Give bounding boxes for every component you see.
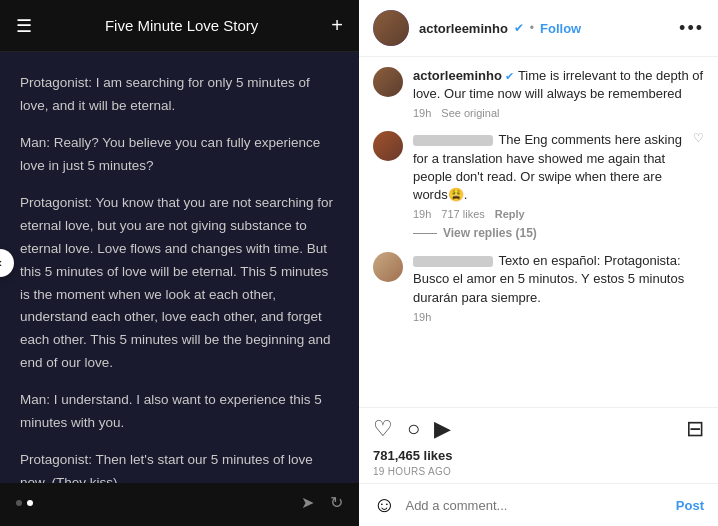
- bookmark-icon[interactable]: ⊟: [686, 416, 704, 442]
- follow-button[interactable]: Follow: [540, 21, 581, 36]
- hamburger-icon[interactable]: ☰: [16, 15, 32, 37]
- reply-button-2[interactable]: Reply: [495, 208, 525, 220]
- comment-likes-2: 717 likes: [441, 208, 484, 220]
- story-para-4: Man: I understand. I also want to experi…: [20, 389, 339, 435]
- blurred-username-2: [413, 135, 493, 146]
- post-time: 19 HOURS AGO: [359, 465, 718, 483]
- post-username[interactable]: actorleeminho: [419, 21, 508, 36]
- comment-content-3: Texto en español: Protagonista: Busco el…: [413, 252, 704, 323]
- verified-icon: ✔: [514, 21, 524, 35]
- comment-avatar-main: [373, 67, 403, 97]
- heart-icon-2[interactable]: ♡: [693, 131, 704, 145]
- likes-count: 781,465 likes: [359, 446, 718, 465]
- comment-3: Texto en español: Protagonista: Busco el…: [373, 252, 704, 323]
- story-para-2: Man: Really? You believe you can fully e…: [20, 132, 339, 178]
- action-icons: ♡ ○ ▶: [373, 416, 686, 442]
- reply-line: [413, 233, 437, 234]
- comment-text-3: Texto en español: Protagonista: Busco el…: [413, 252, 704, 307]
- emoji-icon[interactable]: ☺: [373, 492, 395, 518]
- separator: •: [530, 21, 534, 35]
- comment-time-main: 19h: [413, 107, 431, 119]
- post-actions: ♡ ○ ▶ ⊟: [359, 407, 718, 446]
- post-header-info: actorleeminho ✔ • Follow: [419, 21, 669, 36]
- story-para-1: Protagonist: I am searching for only 5 m…: [20, 72, 339, 118]
- comment-text-2: The Eng comments here asking for a trans…: [413, 131, 683, 204]
- chevron-left-icon: ‹: [0, 256, 2, 270]
- story-footer: ➤ ↻: [0, 483, 359, 526]
- story-add-icon[interactable]: +: [331, 14, 343, 37]
- see-original-link[interactable]: See original: [441, 107, 499, 119]
- story-dots: [16, 500, 33, 506]
- comment-main: actorleeminho ✔ Time is irrelevant to th…: [373, 67, 704, 119]
- blurred-username-3: [413, 256, 493, 267]
- avatar: [373, 10, 409, 46]
- story-text: Protagonist: I am searching for only 5 m…: [20, 72, 339, 483]
- story-action-icons: ➤ ↻: [301, 493, 343, 512]
- refresh-icon[interactable]: ↻: [330, 493, 343, 512]
- view-replies-2[interactable]: View replies (15): [413, 226, 683, 240]
- more-options-icon[interactable]: •••: [679, 18, 704, 39]
- comment-avatar-3: [373, 252, 403, 282]
- like-icon[interactable]: ♡: [373, 416, 393, 442]
- comment-time-3: 19h: [413, 311, 431, 323]
- comment-time-2: 19h: [413, 208, 431, 220]
- comment-meta-3: 19h: [413, 311, 704, 323]
- dot-2: [27, 500, 33, 506]
- send-icon[interactable]: ➤: [301, 493, 314, 512]
- story-para-5: Protagonist: Then let's start our 5 minu…: [20, 449, 339, 483]
- story-content: Protagonist: I am searching for only 5 m…: [0, 52, 359, 483]
- comment-2: The Eng comments here asking for a trans…: [373, 131, 704, 240]
- post-header: actorleeminho ✔ • Follow •••: [359, 0, 718, 57]
- post-comment-button[interactable]: Post: [676, 498, 704, 513]
- avatar-image: [373, 10, 409, 46]
- verified-icon-comment: ✔: [505, 70, 514, 82]
- comments-section: actorleeminho ✔ Time is irrelevant to th…: [359, 57, 718, 407]
- comment-meta-main: 19h See original: [413, 107, 704, 119]
- instagram-post-panel: actorleeminho ✔ • Follow ••• actorleemin…: [359, 0, 718, 526]
- story-para-3: Protagonist: You know that you are not s…: [20, 192, 339, 376]
- story-header: ☰ Five Minute Love Story +: [0, 0, 359, 52]
- story-title: Five Minute Love Story: [105, 17, 258, 34]
- add-comment-bar: ☺ Post: [359, 483, 718, 526]
- share-icon[interactable]: ▶: [434, 416, 451, 442]
- comment-username-main[interactable]: actorleeminho: [413, 68, 502, 83]
- comment-input[interactable]: [405, 498, 665, 513]
- comment-content-2: The Eng comments here asking for a trans…: [413, 131, 683, 240]
- view-replies-text[interactable]: View replies (15): [443, 226, 537, 240]
- comment-prefix-3: Texto en español:: [498, 253, 604, 268]
- comment-text-main: actorleeminho ✔ Time is irrelevant to th…: [413, 67, 704, 103]
- comment-content-main: actorleeminho ✔ Time is irrelevant to th…: [413, 67, 704, 119]
- story-panel: ☰ Five Minute Love Story + Protagonist: …: [0, 0, 359, 526]
- dot-1: [16, 500, 22, 506]
- comment-icon[interactable]: ○: [407, 416, 420, 442]
- comment-avatar-2: [373, 131, 403, 161]
- comment-meta-2: 19h 717 likes Reply: [413, 208, 683, 220]
